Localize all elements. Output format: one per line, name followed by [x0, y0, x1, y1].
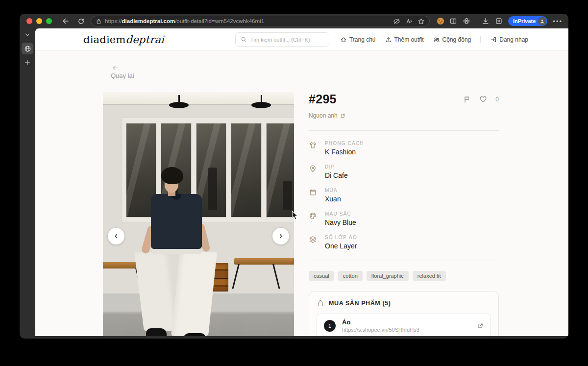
flag-report-icon[interactable]: [463, 96, 471, 103]
search-icon: [241, 36, 247, 43]
external-link-icon[interactable]: [477, 322, 484, 329]
browser-titlebar: https://diadiemdeptrai.com/outfit-detail…: [20, 14, 568, 28]
window-body: diadiemdeptrai Tim kiem outfit... (Ctrl+…: [20, 28, 568, 339]
outfit-image-carousel: [103, 92, 294, 336]
site-logo[interactable]: diadiemdeptrai: [83, 34, 164, 46]
profile-avatar[interactable]: [538, 17, 546, 25]
new-tab-plus-icon[interactable]: [24, 59, 31, 66]
close-window-button[interactable]: [26, 18, 32, 24]
url-text: https://diadiemdeptrai.com/outfit-detail…: [105, 18, 390, 24]
outfit-title: #295: [309, 92, 337, 106]
upload-icon: [385, 36, 392, 43]
tag-list: casual cotton floral_graphic relaxed fit: [309, 271, 499, 281]
webpage: diadiemdeptrai Tim kiem outfit... (Ctrl+…: [35, 28, 568, 336]
search-input[interactable]: Tim kiem outfit... (Ctrl+K): [235, 32, 329, 47]
calendar-icon: [309, 188, 318, 203]
source-link[interactable]: Nguon anh: [309, 112, 345, 119]
divider: [309, 261, 499, 261]
outfit-detail-page: Quay lại: [35, 51, 568, 336]
reload-icon: [77, 18, 85, 25]
carousel-prev-button[interactable]: [108, 228, 124, 244]
users-icon: [433, 36, 440, 43]
chevron-left-icon: [113, 233, 120, 240]
address-bar[interactable]: https://diadiemdeptrai.com/outfit-detail…: [91, 16, 430, 26]
site-header: diadiemdeptrai Tim kiem outfit... (Ctrl+…: [35, 28, 568, 51]
shirt-icon: [309, 141, 318, 156]
outfit-photo: [103, 92, 294, 336]
back-button[interactable]: [60, 16, 71, 26]
login-icon: [490, 36, 497, 43]
detail-row-season: MÙA Xuan: [309, 188, 499, 203]
heart-like-icon[interactable]: [479, 95, 488, 103]
favorite-star-icon[interactable]: [417, 18, 425, 25]
back-arrow-icon: [62, 17, 70, 25]
desktop: { "browser": { "url_scheme": "https://",…: [0, 0, 588, 366]
globe-icon: [24, 45, 31, 52]
detail-row-color: MÀU SẮC Navy Blue: [309, 211, 499, 226]
product-url: https://s.shopee.vn/50SHhfuHs3: [342, 327, 419, 333]
zoom-window-button[interactable]: [46, 18, 52, 24]
tag[interactable]: floral_graphic: [367, 271, 409, 281]
tracking-prevention-icon[interactable]: [393, 18, 400, 25]
nav-divider: [480, 36, 481, 43]
photo-lamp: [251, 95, 271, 108]
collections-icon[interactable]: [495, 17, 503, 25]
photo-lamp: [169, 95, 189, 108]
toolbar-divider: [476, 18, 476, 24]
site-nav: Trang chủ Thêm outfit Cộng đồng Dang nha…: [340, 36, 528, 43]
layers-icon: [309, 235, 318, 250]
chevron-down-icon[interactable]: [24, 31, 31, 38]
like-count: 0: [495, 96, 499, 103]
cookie-extension-icon[interactable]: [437, 18, 444, 24]
tag[interactable]: cotton: [338, 271, 363, 281]
minimize-window-button[interactable]: [36, 18, 42, 24]
product-index-badge: 1: [324, 320, 336, 332]
tag[interactable]: casual: [309, 271, 334, 281]
product-name: Áo: [342, 318, 419, 326]
chevron-right-icon: [277, 233, 284, 240]
purchase-title: MUA SẢN PHẨM (5): [329, 300, 391, 307]
settings-menu-button[interactable]: •••: [553, 18, 563, 25]
extensions-icon[interactable]: [463, 17, 470, 25]
purchase-section: MUA SẢN PHẨM (5) 1 Áo https://s.shopee.v…: [309, 292, 499, 336]
photo-person: [137, 166, 216, 336]
photo-bench-right: [234, 258, 294, 265]
nav-community[interactable]: Cộng đồng: [433, 36, 471, 43]
search-placeholder: Tim kiem outfit... (Ctrl+K): [250, 37, 310, 43]
person-icon: [539, 19, 545, 24]
mouse-cursor: [291, 211, 299, 222]
inprivate-badge[interactable]: InPrivate: [508, 16, 547, 26]
back-arrow-icon: [112, 65, 119, 71]
inprivate-label: InPrivate: [513, 18, 536, 24]
split-screen-icon[interactable]: [449, 17, 457, 25]
vertical-tab-strip: [20, 28, 35, 336]
carousel-next-button[interactable]: [272, 228, 289, 244]
read-aloud-icon[interactable]: [405, 18, 413, 25]
product-item[interactable]: 1 Áo https://s.shopee.vn/50SHhfuHs3: [317, 314, 491, 336]
detail-row-layers: SỐ LỚP ÁO One Layer: [309, 235, 499, 250]
pin-icon: [309, 164, 318, 179]
nav-home[interactable]: Trang chủ: [340, 36, 376, 43]
home-icon: [340, 36, 347, 43]
detail-row-occasion: DIP Di Cafe: [309, 164, 499, 179]
active-tab-button[interactable]: [22, 43, 33, 54]
palette-icon: [309, 211, 318, 226]
back-link[interactable]: Quay lại: [111, 65, 145, 79]
outfit-details-panel: #295 0 Nguon anh: [309, 92, 499, 336]
nav-add-outfit[interactable]: Thêm outfit: [385, 36, 424, 43]
external-link-icon: [340, 113, 345, 119]
reload-button[interactable]: [75, 16, 86, 26]
tag[interactable]: relaxed fit: [413, 271, 446, 281]
lock-icon: [96, 18, 102, 24]
browser-window: https://diadiemdeptrai.com/outfit-detail…: [20, 14, 568, 339]
detail-row-style: PHONG CÁCH K Fashion: [309, 141, 499, 156]
shopping-bag-icon: [317, 299, 324, 307]
nav-login[interactable]: Dang nhap: [490, 36, 528, 43]
macos-traffic-lights: [26, 18, 52, 24]
downloads-icon[interactable]: [482, 17, 490, 25]
browser-toolbar-right: InPrivate •••: [437, 16, 563, 26]
divider: [309, 130, 499, 131]
